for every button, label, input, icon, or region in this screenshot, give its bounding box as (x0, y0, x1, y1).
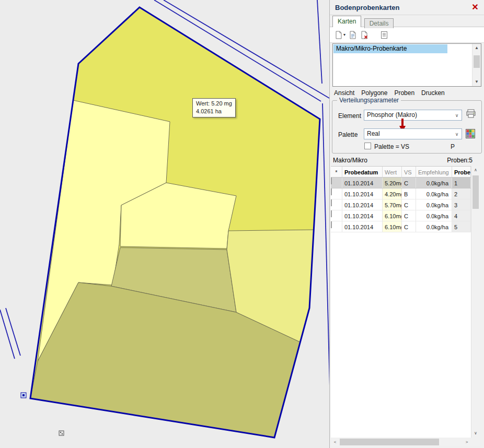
column-header-probe[interactable]: Probe (452, 167, 471, 177)
list-item-makro-mikro[interactable]: Makro/Mikro-Probenkarte (333, 44, 447, 53)
palette-label: Palette (338, 131, 358, 138)
element-label: Element (338, 112, 361, 120)
chevron-down-icon[interactable]: ∨ (453, 129, 461, 138)
cell-probedatum: 01.10.2014 (342, 188, 383, 199)
map-canvas[interactable]: Wert: 5.20 mg 4.0261 ha (0, 0, 329, 448)
menu-item-drucken[interactable]: Drucken (421, 89, 445, 98)
table-horizontal-scrollbar[interactable]: < > (331, 438, 471, 446)
makro-mikro-label: Makro/Mikro (333, 157, 367, 164)
cell-empfehlung: 0.0kg/ha (416, 188, 452, 199)
scroll-left-icon[interactable]: < (331, 438, 339, 446)
palette-vs-checkbox[interactable] (364, 143, 371, 149)
cell-vs: C (402, 221, 416, 232)
cell-vs: C (402, 178, 416, 188)
report-button[interactable] (378, 29, 390, 41)
column-header-vs[interactable]: VS (402, 167, 416, 177)
cell-empfehlung: 0.0kg/ha (416, 178, 452, 188)
tab-strip: Karten Details (332, 16, 395, 27)
field-marker-icon[interactable] (21, 393, 26, 398)
row-checkbox[interactable] (331, 199, 332, 206)
cell-probe: 3 (452, 199, 471, 210)
table-row[interactable]: 01.10.2014 6.10mg C 0.0kg/ha 5 (331, 221, 471, 232)
close-icon[interactable]: ✕ (470, 2, 480, 13)
palette-vs-label: Palette = VS (374, 143, 409, 150)
tooltip-area: 4.0261 ha (196, 108, 232, 115)
column-header-probedatum[interactable]: Probedatum (342, 167, 383, 177)
column-header-empfehlung[interactable]: Empfehlung (416, 167, 452, 177)
cell-empfehlung: 0.0kg/ha (416, 199, 452, 210)
scrollbar-thumb[interactable] (340, 439, 439, 445)
cell-wert: 5.70mg (383, 199, 402, 210)
row-checkbox[interactable] (331, 210, 332, 217)
row-checkbox[interactable] (331, 178, 332, 184)
cell-vs: B (402, 188, 416, 199)
cell-wert: 5.20mg (383, 178, 402, 188)
row-checkbox[interactable] (331, 221, 332, 228)
scrollbar-thumb[interactable] (473, 175, 479, 209)
verteilungsparameter-group: Verteilungsparameter Element Phosphor (M… (332, 100, 482, 154)
printer-icon (466, 109, 476, 119)
p-label: P (451, 143, 455, 150)
cell-empfehlung: 0.0kg/ha (416, 221, 452, 232)
scroll-up-icon[interactable]: ∧ (471, 166, 480, 174)
panel-title: Bodenprobenkarten (335, 4, 400, 11)
cell-probe: 4 (452, 210, 471, 221)
edit-map-button[interactable] (347, 29, 359, 41)
delete-map-button[interactable] (359, 29, 370, 41)
field-map-svg[interactable] (0, 0, 329, 448)
map-list-toolbar: ▾ (330, 27, 484, 43)
map-listbox[interactable]: Makro/Mikro-Probenkarte ▲ ▼ (332, 43, 481, 87)
palette-colors-button[interactable] (466, 129, 475, 140)
chevron-down-icon[interactable]: ∨ (453, 111, 461, 120)
tab-karten[interactable]: Karten (332, 16, 361, 27)
cell-wert: 6.10mg (383, 210, 402, 221)
edit-document-icon (349, 31, 357, 39)
element-combobox[interactable]: Phosphor (Makro) ∨ (364, 110, 462, 121)
scroll-down-icon[interactable]: ▼ (473, 78, 481, 86)
groupbox-title: Verteilungsparameter (337, 97, 401, 104)
cell-probedatum: 01.10.2014 (342, 199, 383, 210)
table-row[interactable]: 01.10.2014 5.20mg C 0.0kg/ha 1 (331, 178, 471, 188)
cell-empfehlung: 0.0kg/ha (416, 210, 452, 221)
new-document-icon (335, 31, 343, 39)
map-tool-icon[interactable] (59, 431, 64, 435)
print-button[interactable] (466, 109, 476, 121)
table-row[interactable]: 01.10.2014 5.70mg C 0.0kg/ha 3 (331, 199, 471, 210)
new-map-button[interactable]: ▾ (333, 29, 347, 41)
grid-section-header: Makro/Mikro Proben:5 (333, 157, 473, 165)
table-header-row: * Probedatum Wert VS Empfehlung Probe (331, 166, 471, 178)
column-header-wert[interactable]: Wert (383, 167, 402, 177)
cell-probedatum: 01.10.2014 (342, 178, 383, 188)
bodenproben-panel: Bodenprobenkarten ✕ Karten Details ▾ (329, 0, 484, 448)
cell-probe: 5 (452, 221, 471, 232)
cell-wert: 6.10mg (383, 221, 402, 232)
scrollbar-corner (471, 438, 480, 446)
cell-vs: C (402, 210, 416, 221)
bodenproben-app: Wert: 5.20 mg 4.0261 ha Bodenprobenkarte… (0, 0, 484, 448)
row-checkbox[interactable] (331, 188, 332, 195)
scroll-up-icon[interactable]: ▲ (473, 44, 481, 52)
listbox-scrollbar[interactable]: ▲ ▼ (472, 44, 481, 86)
table-row[interactable]: 01.10.2014 6.10mg C 0.0kg/ha 4 (331, 210, 471, 221)
scrollbar-thumb[interactable] (474, 55, 480, 68)
element-value: Phosphor (Makro) (367, 111, 417, 119)
proben-table: * Probedatum Wert VS Empfehlung Probe 01… (331, 166, 471, 438)
cell-probedatum: 01.10.2014 (342, 221, 383, 232)
cell-probe: 2 (452, 188, 471, 199)
cell-probedatum: 01.10.2014 (342, 210, 383, 221)
panel-header: Bodenprobenkarten ✕ (330, 0, 484, 15)
cell-probe: 1 (452, 178, 471, 188)
tooltip-wert: Wert: 5.20 mg (196, 100, 232, 108)
column-header-star[interactable]: * (331, 167, 342, 177)
report-document-icon (380, 31, 388, 39)
map-tooltip: Wert: 5.20 mg 4.0261 ha (192, 98, 236, 117)
tab-details[interactable]: Details (364, 18, 394, 28)
proben-count-label: Proben:5 (447, 157, 473, 164)
scroll-right-icon[interactable]: > (463, 438, 471, 446)
scroll-down-icon[interactable]: ∨ (471, 429, 480, 438)
palette-combobox[interactable]: Real ∨ (364, 128, 462, 139)
table-row[interactable]: 01.10.2014 4.20mg B 0.0kg/ha 2 (331, 188, 471, 199)
table-vertical-scrollbar[interactable]: ∧ ∨ (471, 166, 480, 438)
dropdown-icon: ▾ (343, 32, 345, 37)
cell-vs: C (402, 199, 416, 210)
